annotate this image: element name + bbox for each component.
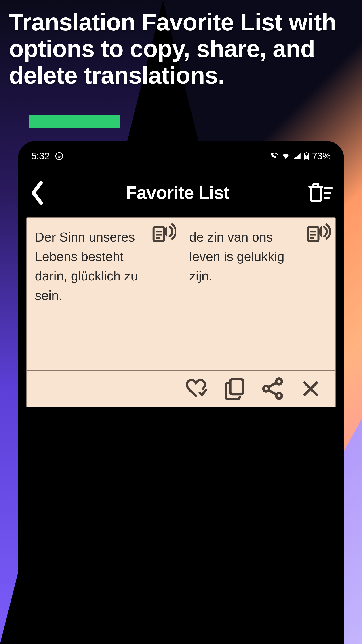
page-title: Favorite List xyxy=(126,182,230,203)
svg-point-0 xyxy=(56,152,63,160)
phone-screen: 5:32 73% xyxy=(18,141,344,644)
svg-line-21 xyxy=(269,390,277,395)
copy-button[interactable] xyxy=(223,378,246,400)
source-text: Der Sinn unseres Lebens besteht darin, g… xyxy=(35,227,142,305)
wifi-icon xyxy=(282,152,290,160)
svg-rect-2 xyxy=(306,152,308,153)
trash-list-icon xyxy=(308,183,333,203)
accent-bar xyxy=(28,115,120,128)
speak-target-button[interactable] xyxy=(306,223,331,243)
svg-point-18 xyxy=(264,386,269,392)
target-text: de zin van ons leven is gelukkig zijn. xyxy=(189,227,297,286)
promo-heading: Translation Favorite List with options t… xyxy=(9,9,353,88)
share-button[interactable] xyxy=(261,378,284,400)
target-pane: de zin van ons leven is gelukkig zijn. xyxy=(181,218,335,370)
text-to-speech-icon xyxy=(306,223,331,243)
copy-icon xyxy=(225,378,245,400)
text-to-speech-icon xyxy=(152,223,176,243)
status-app-icon xyxy=(55,152,63,160)
share-icon xyxy=(261,378,284,400)
signal-icon xyxy=(293,152,301,160)
app-header: Favorite List xyxy=(18,166,344,217)
delete-button[interactable] xyxy=(300,378,322,400)
source-pane: Der Sinn unseres Lebens besteht darin, g… xyxy=(27,218,181,370)
translation-card: Der Sinn unseres Lebens besteht darin, g… xyxy=(26,217,336,408)
favorite-button[interactable] xyxy=(185,378,208,400)
svg-rect-4 xyxy=(311,187,321,201)
status-time: 5:32 xyxy=(31,151,50,162)
svg-point-19 xyxy=(276,393,282,399)
svg-line-20 xyxy=(269,382,277,387)
clear-all-button[interactable] xyxy=(308,183,333,203)
heart-check-icon xyxy=(185,378,208,399)
svg-rect-16 xyxy=(230,379,243,394)
back-button[interactable] xyxy=(27,179,47,206)
svg-point-17 xyxy=(276,378,282,384)
speak-source-button[interactable] xyxy=(152,223,176,243)
battery-icon xyxy=(304,152,309,160)
card-actions xyxy=(27,370,335,406)
status-bar: 5:32 73% xyxy=(18,141,344,166)
wifi-call-icon xyxy=(270,152,279,160)
close-icon xyxy=(302,380,320,398)
battery-level: 73% xyxy=(312,151,331,162)
chevron-left-icon xyxy=(29,180,45,205)
